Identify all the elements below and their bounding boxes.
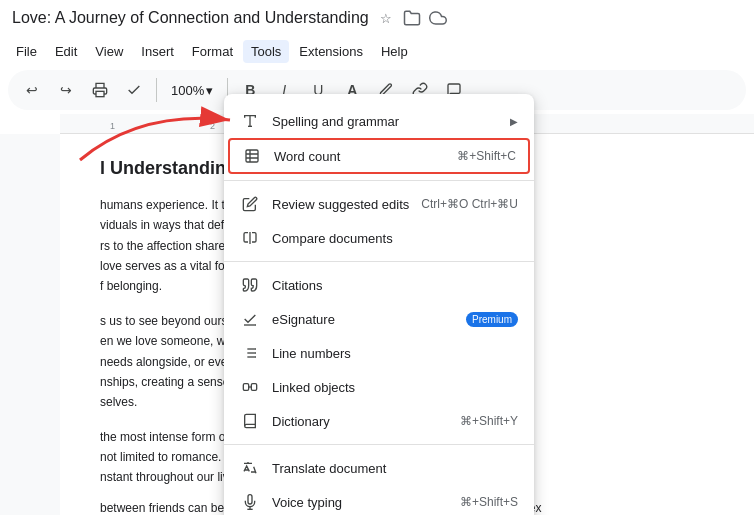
spelling-grammar-item[interactable]: Spelling and grammar: [224, 104, 534, 138]
compare-icon: [240, 228, 260, 248]
translate-label: Translate document: [272, 461, 518, 476]
menu-insert[interactable]: Insert: [133, 40, 182, 63]
compare-item[interactable]: Compare documents: [224, 221, 534, 255]
dictionary-shortcut: ⌘+Shift+Y: [460, 414, 518, 428]
divider-2: [224, 261, 534, 262]
document-title: Love: A Journey of Connection and Unders…: [12, 9, 369, 27]
microphone-icon: [240, 492, 260, 512]
zoom-value: 100%: [171, 83, 204, 98]
menu-section-2: Review suggested edits Ctrl+⌘O Ctrl+⌘U C…: [224, 185, 534, 257]
zoom-control[interactable]: 100% ▾: [163, 83, 221, 98]
review-label: Review suggested edits: [272, 197, 409, 212]
line-numbers-icon: [240, 343, 260, 363]
svg-rect-1: [246, 150, 258, 162]
compare-label: Compare documents: [272, 231, 518, 246]
dictionary-item[interactable]: Dictionary ⌘+Shift+Y: [224, 404, 534, 438]
menu-view[interactable]: View: [87, 40, 131, 63]
print-button[interactable]: [84, 74, 116, 106]
voice-typing-item[interactable]: Voice typing ⌘+Shift+S: [224, 485, 534, 515]
linked-objects-icon: [240, 377, 260, 397]
linked-objects-label: Linked objects: [272, 380, 518, 395]
menu-section-4: Translate document Voice typing ⌘+Shift+…: [224, 449, 534, 515]
tools-dropdown-menu: Spelling and grammar Word count ⌘+Shift+…: [224, 94, 534, 515]
menu-tools[interactable]: Tools: [243, 40, 289, 63]
esignature-label: eSignature: [272, 312, 454, 327]
undo-button[interactable]: ↩: [16, 74, 48, 106]
svg-rect-9: [251, 384, 256, 391]
zoom-arrow: ▾: [206, 83, 213, 98]
translate-item[interactable]: Translate document: [224, 451, 534, 485]
redo-button[interactable]: ↪: [50, 74, 82, 106]
title-bar: Love: A Journey of Connection and Unders…: [0, 0, 754, 36]
citations-label: Citations: [272, 278, 518, 293]
menu-section-1: Spelling and grammar Word count ⌘+Shift+…: [224, 102, 534, 176]
voice-typing-shortcut: ⌘+Shift+S: [460, 495, 518, 509]
spelling-icon: [240, 111, 260, 131]
menu-help[interactable]: Help: [373, 40, 416, 63]
divider-3: [224, 444, 534, 445]
premium-badge: Premium: [466, 312, 518, 327]
line-numbers-item[interactable]: Line numbers: [224, 336, 534, 370]
page-margin: [0, 134, 60, 515]
svg-rect-0: [96, 91, 104, 96]
divider-1: [224, 180, 534, 181]
folder-icon[interactable]: [403, 9, 421, 27]
menu-edit[interactable]: Edit: [47, 40, 85, 63]
svg-rect-8: [243, 384, 248, 391]
menu-format[interactable]: Format: [184, 40, 241, 63]
spell-check-button[interactable]: [118, 74, 150, 106]
citations-icon: [240, 275, 260, 295]
word-count-label: Word count: [274, 149, 445, 164]
review-edits-item[interactable]: Review suggested edits Ctrl+⌘O Ctrl+⌘U: [224, 187, 534, 221]
menu-file[interactable]: File: [8, 40, 45, 63]
word-count-item[interactable]: Word count ⌘+Shift+C: [228, 138, 530, 174]
spelling-submenu-arrow: [510, 114, 518, 128]
citations-item[interactable]: Citations: [224, 268, 534, 302]
dictionary-icon: [240, 411, 260, 431]
esignature-icon: [240, 309, 260, 329]
translate-icon: [240, 458, 260, 478]
voice-typing-label: Voice typing: [272, 495, 448, 510]
review-shortcut: Ctrl+⌘O Ctrl+⌘U: [421, 197, 518, 211]
review-icon: [240, 194, 260, 214]
word-count-icon: [242, 146, 262, 166]
line-numbers-label: Line numbers: [272, 346, 518, 361]
linked-objects-item[interactable]: Linked objects: [224, 370, 534, 404]
dictionary-label: Dictionary: [272, 414, 448, 429]
word-count-shortcut: ⌘+Shift+C: [457, 149, 516, 163]
cloud-icon[interactable]: [429, 9, 447, 27]
spelling-label: Spelling and grammar: [272, 114, 498, 129]
title-icons: ☆: [377, 9, 447, 27]
esignature-item[interactable]: eSignature Premium: [224, 302, 534, 336]
menu-extensions[interactable]: Extensions: [291, 40, 371, 63]
star-icon[interactable]: ☆: [377, 9, 395, 27]
menu-section-3: Citations eSignature Premium Line number…: [224, 266, 534, 440]
toolbar-divider-1: [156, 78, 157, 102]
menu-bar: File Edit View Insert Format Tools Exten…: [0, 36, 754, 66]
